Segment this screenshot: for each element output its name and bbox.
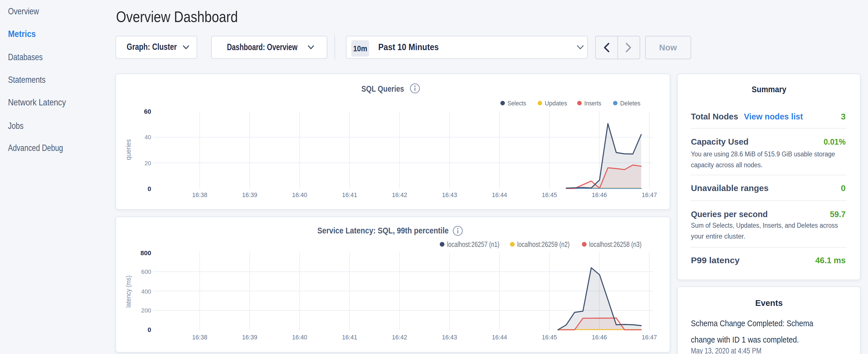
svg-text:P99 latency: P99 latency <box>691 255 740 265</box>
svg-text:600: 600 <box>141 268 151 275</box>
svg-text:your entire cluster.: your entire cluster. <box>691 232 745 240</box>
svg-text:Network Latency: Network Latency <box>8 97 66 107</box>
svg-text:queries: queries <box>124 139 132 160</box>
svg-text:You are using 28.6 MiB of 515.: You are using 28.6 MiB of 515.9 GiB usab… <box>691 150 835 158</box>
svg-text:Now: Now <box>659 43 677 52</box>
svg-text:Updates: Updates <box>545 100 567 107</box>
svg-text:localhost:26257 (n1): localhost:26257 (n1) <box>447 240 499 248</box>
svg-text:Dashboard: Overview: Dashboard: Overview <box>227 42 298 52</box>
svg-text:16:43: 16:43 <box>442 334 457 341</box>
svg-text:Graph: Cluster: Graph: Cluster <box>127 42 177 52</box>
svg-text:16:39: 16:39 <box>242 191 257 198</box>
svg-text:Overview: Overview <box>8 6 39 16</box>
svg-text:3: 3 <box>841 112 846 121</box>
svg-text:Queries per second: Queries per second <box>691 210 768 219</box>
svg-text:Events: Events <box>755 298 783 308</box>
svg-text:Inserts: Inserts <box>584 100 601 107</box>
svg-text:0: 0 <box>148 185 151 192</box>
svg-text:16:39: 16:39 <box>242 334 257 341</box>
svg-text:16:42: 16:42 <box>392 191 407 198</box>
svg-text:16:40: 16:40 <box>292 191 307 198</box>
svg-text:46.1 ms: 46.1 ms <box>815 255 846 265</box>
svg-text:800: 800 <box>141 250 151 257</box>
svg-text:16:41: 16:41 <box>342 191 357 198</box>
svg-text:Sum of Selects, Updates, Inser: Sum of Selects, Updates, Inserts, and De… <box>691 222 838 229</box>
svg-text:Statements: Statements <box>8 75 45 85</box>
svg-text:16:40: 16:40 <box>292 334 307 341</box>
svg-text:May 13, 2020 at 4:45 PM: May 13, 2020 at 4:45 PM <box>691 346 762 354</box>
svg-text:Databases: Databases <box>8 52 43 62</box>
svg-text:localhost:26259 (n2): localhost:26259 (n2) <box>517 240 570 248</box>
svg-text:Capacity Used: Capacity Used <box>691 137 748 147</box>
svg-text:10m: 10m <box>353 44 367 53</box>
svg-text:Advanced Debug: Advanced Debug <box>8 143 63 153</box>
svg-text:60: 60 <box>144 108 151 115</box>
svg-text:Metrics: Metrics <box>8 29 36 39</box>
svg-text:change with ID 1 was completed: change with ID 1 was completed. <box>691 335 799 344</box>
svg-text:16:47: 16:47 <box>642 334 657 341</box>
svg-text:16:46: 16:46 <box>592 334 607 341</box>
svg-text:Past 10 Minutes: Past 10 Minutes <box>378 42 439 52</box>
svg-text:59.7: 59.7 <box>830 210 846 219</box>
svg-text:40: 40 <box>145 134 151 140</box>
svg-text:View nodes list: View nodes list <box>744 112 803 121</box>
svg-text:16:45: 16:45 <box>542 191 557 198</box>
svg-text:200: 200 <box>141 307 151 314</box>
svg-text:Overview Dashboard: Overview Dashboard <box>116 8 238 25</box>
svg-text:16:44: 16:44 <box>492 334 507 341</box>
svg-text:Unavailable ranges: Unavailable ranges <box>691 183 769 193</box>
svg-text:16:45: 16:45 <box>542 334 557 341</box>
svg-text:0.01%: 0.01% <box>824 137 846 147</box>
svg-text:Jobs: Jobs <box>8 121 24 131</box>
svg-text:16:46: 16:46 <box>592 191 607 198</box>
svg-text:16:38: 16:38 <box>192 334 208 341</box>
svg-text:16:42: 16:42 <box>392 334 407 341</box>
svg-text:SQL Queries: SQL Queries <box>361 84 404 93</box>
svg-text:latency (ms): latency (ms) <box>124 276 132 308</box>
svg-text:Deletes: Deletes <box>620 100 641 107</box>
svg-text:400: 400 <box>141 288 151 295</box>
svg-text:localhost:26258 (n3): localhost:26258 (n3) <box>589 240 642 248</box>
svg-text:0: 0 <box>841 183 846 193</box>
svg-text:capacity across all nodes.: capacity across all nodes. <box>691 161 763 169</box>
svg-text:16:41: 16:41 <box>342 334 357 341</box>
svg-text:16:38: 16:38 <box>192 191 208 198</box>
svg-text:16:47: 16:47 <box>642 191 657 198</box>
svg-text:0: 0 <box>148 326 151 333</box>
svg-text:16:44: 16:44 <box>492 191 507 198</box>
svg-text:Service Latency: SQL, 99th per: Service Latency: SQL, 99th percentile <box>317 226 449 235</box>
svg-text:Selects: Selects <box>507 100 526 107</box>
svg-text:16:43: 16:43 <box>442 191 457 198</box>
svg-text:20: 20 <box>145 160 151 166</box>
svg-text:Summary: Summary <box>752 85 786 94</box>
svg-text:Total Nodes: Total Nodes <box>691 112 738 121</box>
svg-text:Schema Change Completed: Schem: Schema Change Completed: Schema <box>691 319 813 328</box>
